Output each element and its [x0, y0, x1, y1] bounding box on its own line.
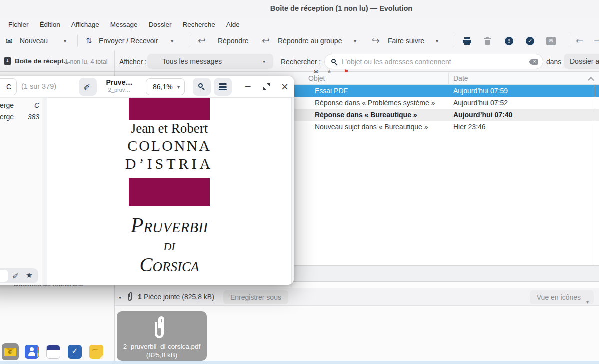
- column-header-subject[interactable]: Objet: [308, 74, 325, 82]
- expand-icon: [264, 83, 270, 90]
- attachment-bar: ▾ 1 Pièce jointe (825,8 kB) Enregistrer …: [115, 288, 599, 306]
- pdf-page[interactable]: Jean et Robert COLONNA D’ISTRIA Pruverbi…: [48, 98, 292, 285]
- paperclip-icon: [154, 316, 170, 340]
- message-row[interactable]: Réponse dans « Problèmes système » Aujou…: [294, 97, 599, 109]
- attachment-size: (825,8 kB): [117, 351, 207, 359]
- send-receive-dropdown-chevron-icon[interactable]: ▾: [171, 38, 174, 44]
- send-receive-button[interactable]: Envoyer / Recevoir: [99, 37, 158, 45]
- menubar: Fichier Édition Affichage Message Dossie…: [0, 18, 599, 31]
- switcher-contacts-button[interactable]: [24, 343, 40, 360]
- view-mode-label: Vue en icônes: [537, 293, 581, 301]
- forward-dropdown-chevron-icon[interactable]: ▾: [436, 38, 438, 44]
- menu-edition[interactable]: Édition: [34, 20, 66, 29]
- switcher-calendar-button[interactable]: [45, 343, 62, 360]
- search-icon: [332, 59, 338, 65]
- pdf-search-button[interactable]: [193, 78, 211, 96]
- trash-icon[interactable]: [484, 37, 492, 45]
- search-icon: [198, 83, 205, 90]
- attachment-count: 1: [138, 293, 142, 301]
- sort-ascending-icon[interactable]: [588, 77, 594, 83]
- flag-column-icon[interactable]: ⚑: [344, 68, 349, 75]
- minimize-button[interactable]: −: [242, 81, 254, 92]
- save-as-button[interactable]: Enregistrer sous: [224, 290, 288, 304]
- toolbar-separator: [190, 35, 190, 47]
- switcher-mail-button[interactable]: @: [2, 343, 19, 360]
- new-button[interactable]: Nouveau: [20, 37, 48, 45]
- junk-icon[interactable]: !: [505, 37, 514, 45]
- menu-aide[interactable]: Aide: [221, 20, 246, 29]
- annotations-tab-pencil-icon[interactable]: ✎: [12, 271, 19, 280]
- message-row[interactable]: Réponse dans « Bureautique » Aujourd’hui…: [294, 109, 599, 121]
- paperclip-icon: [128, 292, 134, 301]
- authors-line2: COLONNA: [48, 137, 292, 154]
- status-column-envelope-icon[interactable]: ✉: [314, 68, 318, 75]
- cover-authors: Jean et Robert COLONNA D’ISTRIA: [48, 121, 292, 172]
- attachment-expander-icon[interactable]: ▾: [119, 295, 122, 300]
- thumbnails-tab[interactable]: [0, 270, 8, 282]
- menu-affichage[interactable]: Affichage: [66, 20, 105, 29]
- app-switcher: @ ✓: [2, 343, 105, 360]
- mark-read-icon[interactable]: ✓: [526, 37, 534, 45]
- send-receive-icon: ⇅: [86, 36, 92, 45]
- reply-group-dropdown-chevron-icon[interactable]: ▾: [354, 38, 356, 44]
- next-message-icon[interactable]: →: [594, 35, 599, 46]
- forward-button[interactable]: Faire suivre: [388, 37, 424, 45]
- pdf-menu-button[interactable]: [214, 78, 232, 96]
- page-number-entry[interactable]: C: [0, 78, 17, 95]
- zoom-dropdown[interactable]: 86,1% ▾: [146, 78, 185, 95]
- search-scope-value: Dossier actuel: [570, 57, 599, 65]
- attachment-area: 2_pruverbii–di-corsica.pdf (825,8 kB): [115, 306, 599, 361]
- previous-message-icon[interactable]: ←: [576, 35, 584, 46]
- message-row[interactable]: Essai PDF Aujourd’hui 07:59: [294, 85, 599, 97]
- in-label: dans: [546, 58, 562, 66]
- reply-group-icon: ↩: [262, 35, 270, 46]
- outline-entry[interactable]: erge C: [0, 100, 42, 111]
- calendar-icon: [46, 345, 60, 359]
- pdf-body: erge C erge 383 ✎ ★ Jean et Robert COLON…: [0, 98, 294, 285]
- menu-recherche[interactable]: Recherche: [177, 20, 220, 29]
- annotate-button[interactable]: ✎: [79, 78, 97, 96]
- bookmarks-tab-star-icon[interactable]: ★: [26, 271, 32, 280]
- clear-search-icon[interactable]: ×: [532, 59, 538, 65]
- attachment-tile[interactable]: 2_pruverbii–di-corsica.pdf (825,8 kB): [117, 311, 207, 361]
- search-input[interactable]: L’objet ou les adresses contiennent ×: [324, 54, 544, 69]
- menu-dossier[interactable]: Dossier: [144, 20, 178, 29]
- view-mode-dropdown[interactable]: Vue en icônes ▾: [530, 290, 594, 304]
- current-folder-label: Boîte de récept…: [15, 57, 70, 65]
- show-filter-value: Tous les messages: [162, 57, 222, 65]
- toolbar-separator: [454, 35, 454, 47]
- toolbar-separator: [569, 35, 570, 47]
- close-button[interactable]: ×: [280, 81, 290, 92]
- window-titlebar: Boîte de réception (1 non lu) — Evolutio…: [0, 0, 599, 18]
- message-list-header: Objet Date: [294, 72, 599, 85]
- mail-icon: @: [4, 348, 16, 356]
- menu-fichier[interactable]: Fichier: [3, 20, 34, 29]
- main-toolbar: ✉ Nouveau ▾ ⇅ Envoyer / Recevoir ▾ ↩ Rép…: [0, 31, 599, 51]
- folder-count-label: 1 non lu, 4 total: [65, 58, 108, 65]
- message-archive-icon[interactable]: ✉: [546, 37, 556, 45]
- show-filter-dropdown[interactable]: Tous les messages ▾: [148, 54, 274, 69]
- attachment-column-icon[interactable]: ★: [327, 68, 332, 75]
- outline-entry[interactable]: erge 383: [0, 111, 42, 123]
- zoom-value: 86,1%: [153, 83, 173, 91]
- message-row[interactable]: Nouveau sujet dans « Bureautique » Hier …: [294, 121, 599, 133]
- hamburger-icon: [219, 83, 227, 85]
- column-header-date[interactable]: Date: [454, 74, 468, 82]
- message-date: Hier 23:46: [454, 123, 486, 131]
- switcher-tasks-button[interactable]: ✓: [66, 343, 84, 360]
- new-mail-icon: ✉: [6, 36, 12, 46]
- menu-message[interactable]: Message: [105, 20, 144, 29]
- reply-button[interactable]: Répondre: [218, 37, 249, 45]
- cover-accent-block-top: [129, 98, 210, 120]
- print-icon[interactable]: [463, 37, 472, 45]
- tasks-icon: ✓: [68, 345, 82, 359]
- search-scope-dropdown[interactable]: Dossier actuel: [564, 54, 599, 69]
- pencil-icon: ✎: [84, 82, 90, 92]
- pdf-viewer-window: C (1 sur 379) ✎ Pruve… 2_pruv… 86,1% ▾ −: [0, 76, 294, 285]
- new-dropdown-chevron-icon[interactable]: ▾: [64, 38, 66, 44]
- maximize-button[interactable]: [262, 81, 272, 92]
- reply-group-button[interactable]: Répondre au groupe: [278, 37, 342, 45]
- column-separator[interactable]: [448, 73, 449, 84]
- reply-icon: ↩: [198, 35, 206, 46]
- switcher-memos-button[interactable]: [88, 343, 105, 360]
